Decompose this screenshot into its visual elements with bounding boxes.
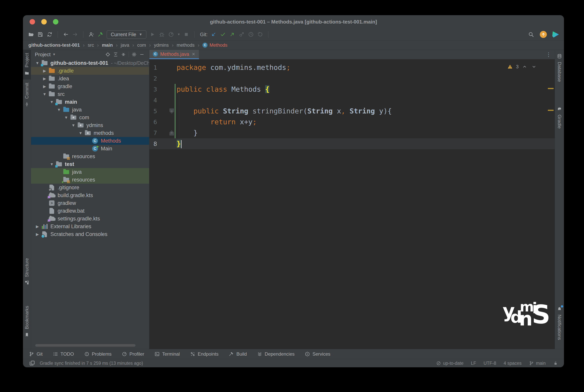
tool-stripe-button-commit[interactable]: Commit: [23, 80, 31, 111]
warning-stripe-mark[interactable]: [548, 88, 554, 89]
fold-marker-icon[interactable]: −: [170, 108, 174, 114]
sync-icon[interactable]: [46, 31, 53, 38]
tree-item-gradlew-bat[interactable]: gradlew.bat: [31, 207, 149, 215]
code-line-1[interactable]: 1package com.ydmins.methods;: [149, 62, 555, 73]
breadcrumb-item[interactable]: src: [88, 42, 94, 48]
tab-options-kebab-icon[interactable]: ⋮: [546, 51, 551, 58]
chevron-down-icon[interactable]: ▼: [48, 100, 56, 104]
hide-panel-icon[interactable]: [139, 51, 145, 58]
tree-item-settings-gradle-kts[interactable]: settings.gradle.kts: [31, 215, 149, 222]
breadcrumb-item[interactable]: github-actions-test-001: [29, 42, 80, 48]
status-item-utf-8[interactable]: UTF-8: [483, 361, 496, 366]
breadcrumb-item[interactable]: ydmins: [154, 42, 169, 48]
git-rollback-icon[interactable]: [257, 31, 264, 38]
chevron-down-icon[interactable]: ▼: [55, 108, 63, 112]
debug-icon[interactable]: [159, 31, 165, 38]
chevron-down-icon[interactable]: ▼: [177, 33, 180, 36]
tree-item-github-actions-test-001[interactable]: ▼github-actions-test-001- ~/Desktop/DeCh…: [31, 59, 149, 67]
open-icon[interactable]: [28, 31, 34, 38]
breadcrumb-item[interactable]: CMethods: [202, 42, 227, 48]
tree-item-main[interactable]: ▼main: [31, 98, 149, 106]
tree-item-com[interactable]: ▼com: [31, 114, 149, 122]
forward-icon[interactable]: [72, 31, 79, 38]
tree-item-methods[interactable]: ▼methods: [31, 129, 149, 137]
breadcrumb-item[interactable]: com: [137, 42, 146, 48]
tool-stripe-button-project[interactable]: Project: [23, 50, 31, 80]
back-icon[interactable]: [63, 31, 69, 38]
chevron-right-icon[interactable]: ▶: [34, 232, 41, 236]
chevron-right-icon[interactable]: ▶: [34, 224, 41, 229]
chevron-right-icon[interactable]: ▶: [41, 68, 48, 73]
code-with-me-icon[interactable]: [552, 31, 559, 38]
status-message[interactable]: Gradle sync finished in 7 s 259 ms (13 m…: [40, 361, 143, 366]
tree-item-resources[interactable]: resources: [31, 152, 149, 160]
collapse-all-icon[interactable]: [120, 51, 127, 58]
tool-stripe-button-gradle[interactable]: Gradle: [555, 102, 564, 132]
search-icon[interactable]: [528, 31, 534, 38]
code-line-6[interactable]: 6 return x+y;: [149, 116, 555, 128]
tree-item-ydmins[interactable]: ▼ydmins: [31, 122, 149, 129]
gear-icon[interactable]: [131, 51, 138, 58]
code-line-7[interactable]: 7− }: [149, 128, 555, 138]
run-icon[interactable]: [149, 31, 156, 38]
profile-icon[interactable]: [88, 31, 95, 38]
project-panel-title[interactable]: Project: [35, 52, 51, 58]
tool-window-button-problems[interactable]: Problems: [84, 351, 112, 357]
tool-stripe-button-notifications[interactable]: Notifications: [555, 302, 564, 343]
chevron-down-icon[interactable]: ▼: [48, 162, 56, 166]
tree-item--gitignore[interactable]: .gitignore: [31, 184, 149, 192]
tool-stripe-button-bookmarks[interactable]: Bookmarks: [23, 303, 31, 341]
tool-window-button-dependencies[interactable]: Dependencies: [257, 351, 295, 357]
tool-window-button-profiler[interactable]: Profiler: [122, 351, 144, 357]
tree-item-external-libraries[interactable]: ▶External Libraries: [31, 222, 149, 230]
breadcrumb-item[interactable]: methods: [177, 42, 195, 48]
tool-window-button-endpoints[interactable]: Endpoints: [190, 351, 219, 357]
tree-item--gradle[interactable]: ▶.gradle: [31, 67, 149, 75]
git-commit-icon[interactable]: [220, 31, 226, 38]
save-icon[interactable]: [37, 31, 44, 38]
minimize-window-button[interactable]: [41, 19, 47, 24]
tree-item-build-gradle-kts[interactable]: build.gradle.kts: [31, 192, 149, 199]
tool-stripe-button-database[interactable]: Database: [555, 50, 564, 85]
editor-body[interactable]: 1package com.ydmins.methods;23public cla…: [149, 59, 555, 349]
tool-stripe-button-structure[interactable]: Structure: [23, 255, 31, 289]
git-update-icon[interactable]: [210, 31, 217, 38]
chevron-down-icon[interactable]: ▼: [77, 131, 84, 136]
code-line-3[interactable]: 3public class Methods {: [149, 84, 555, 95]
git-push-icon[interactable]: [229, 31, 236, 38]
tree-item-test[interactable]: ▼test: [31, 160, 149, 168]
tree-item--idea[interactable]: ▶.idea: [31, 75, 149, 82]
status-item-main[interactable]: main: [529, 361, 546, 366]
chevron-down-icon[interactable]: ▼: [34, 61, 41, 65]
tree-item-src[interactable]: ▼src: [31, 90, 149, 98]
next-problem-icon[interactable]: [531, 64, 537, 70]
chevron-right-icon[interactable]: ▶: [41, 76, 48, 81]
chevron-right-icon[interactable]: ▶: [41, 84, 48, 89]
locate-file-icon[interactable]: [105, 51, 111, 58]
tree-item-gradle[interactable]: ▶gradle: [31, 82, 149, 90]
maximize-window-button[interactable]: [53, 19, 59, 24]
tab-methods-java[interactable]: C Methods.java: [149, 50, 199, 59]
prev-problem-icon[interactable]: [521, 64, 528, 70]
status-item-up-to-date[interactable]: up-to-date: [436, 361, 463, 366]
tool-window-button-build[interactable]: Build: [229, 351, 247, 357]
status-item-lf[interactable]: LF: [471, 361, 476, 366]
build-project-icon[interactable]: [97, 31, 104, 38]
tree-item-methods[interactable]: CMethods: [31, 137, 149, 145]
background-tasks-icon[interactable]: [29, 360, 36, 366]
breadcrumb-item[interactable]: java: [121, 42, 129, 48]
tree-item-java[interactable]: java: [31, 168, 149, 176]
tree-item-main[interactable]: C▶Main: [31, 145, 149, 152]
chevron-down-icon[interactable]: ▼: [70, 123, 77, 128]
tool-window-button-git[interactable]: Git: [29, 351, 43, 357]
tool-window-button-terminal[interactable]: Terminal: [154, 351, 180, 357]
git-cherry-pick-icon[interactable]: [238, 31, 245, 38]
update-available-icon[interactable]: [540, 31, 547, 38]
tree-item-java[interactable]: ▼java: [31, 106, 149, 114]
tree-item-scratches-and-consoles[interactable]: ▶Scratches and Consoles: [31, 230, 149, 238]
status-item-4-spaces[interactable]: 4 spaces: [504, 361, 521, 366]
run-configuration-select[interactable]: Current File ▼: [107, 30, 146, 39]
tree-item-resources[interactable]: resources: [31, 176, 149, 184]
tool-window-button-todo[interactable]: TODO: [53, 351, 74, 357]
tool-window-button-services[interactable]: Services: [305, 351, 330, 357]
